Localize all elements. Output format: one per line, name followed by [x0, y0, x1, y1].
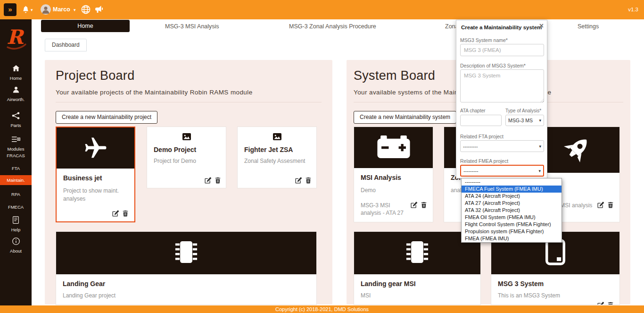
card-description: Project for Demo: [154, 157, 219, 165]
card-title: Fighter Jet ZSA: [244, 146, 310, 153]
image-placeholder-icon: [147, 127, 226, 142]
plane-icon: [83, 135, 108, 161]
sidebar-toggle-button[interactable]: »: [4, 3, 17, 16]
globe-icon[interactable]: [81, 5, 91, 16]
sidebar-item-fracas[interactable]: FRACAS: [0, 153, 32, 158]
card-title: MSG 3 System: [498, 280, 613, 288]
tab-msg3-msi-analysis[interactable]: MSG-3 MSI Analysis: [165, 23, 219, 30]
project-card-landing-gear[interactable]: Landing Gear Landing Gear project: [56, 231, 317, 305]
user-menu[interactable]: Marco: [53, 6, 70, 13]
create-project-button[interactable]: Create a new Maintainability project: [56, 111, 157, 124]
sidebar-item-help[interactable]: Help: [0, 216, 32, 232]
fmea-project-dropdown: --------- FMECA Fuel System (FMEA IMU) A…: [461, 178, 562, 243]
sidebar-item-about[interactable]: About: [0, 237, 32, 254]
card-header: [57, 127, 134, 169]
create-system-modal: Create a Maintainability system × MSG3 S…: [456, 20, 547, 178]
ata-chapter-input[interactable]: [460, 115, 502, 126]
notifications-bell-icon[interactable]: [22, 6, 29, 13]
phone-icon: [545, 239, 566, 267]
avatar[interactable]: [41, 4, 51, 15]
project-card-fighter-jet-zsa[interactable]: Fighter Jet ZSA Zonal Safety Assesment: [237, 127, 317, 188]
chevron-down-icon: ▾: [539, 118, 541, 123]
project-card-business-jet[interactable]: Business jet Project to show maint. anal…: [56, 127, 135, 222]
delete-icon[interactable]: [305, 177, 312, 184]
edit-icon[interactable]: [205, 177, 211, 184]
delete-icon[interactable]: [122, 210, 129, 217]
dropdown-option-selected[interactable]: FMECA Fuel System (FMEA IMU): [462, 186, 561, 193]
dropdown-option[interactable]: FMEA (FMEA IMU): [462, 235, 561, 242]
sidebar-item-label: Airworth.: [0, 97, 32, 102]
dropdown-option[interactable]: ATA 32 (Aircraft Project): [462, 207, 561, 214]
card-detail: MSG-3 MSI analysis - ATA 27: [361, 202, 410, 217]
dropdown-option[interactable]: FMEA Oil System (FMEA IMU): [462, 214, 561, 221]
dropdown-option[interactable]: ---------: [462, 178, 561, 186]
card-header: [56, 232, 316, 274]
sidebar-item-fmeca[interactable]: FMECA: [0, 204, 32, 210]
field-label: Description of MSG3 System*: [460, 63, 526, 68]
sidebar-item-parts[interactable]: Parts: [0, 112, 32, 128]
dropdown-option[interactable]: ATA 24 (Aircraft Project): [462, 193, 561, 200]
card-description: This is an MSG3 System: [498, 292, 613, 300]
chevron-down-icon[interactable]: ▾: [74, 8, 76, 12]
chevron-down-icon: ▾: [538, 169, 541, 173]
sidebar-item-modules[interactable]: Modules: [0, 135, 32, 152]
edit-icon[interactable]: [597, 202, 604, 208]
app-window: » ▾ Marco ▾ v1.3 R Home Airworth. Parts …: [0, 0, 644, 313]
create-system-button[interactable]: Create a new Maintainability system: [354, 111, 456, 124]
svg-text:R: R: [7, 25, 25, 49]
dropdown-option[interactable]: ATA 27 (Aircraft Project): [462, 200, 561, 207]
field-label: Related FMEA project: [460, 158, 508, 164]
edit-icon[interactable]: [597, 302, 604, 305]
edit-icon[interactable]: [295, 177, 302, 184]
sidebar-item-fta[interactable]: FTA: [0, 166, 32, 171]
msg3-system-description-textarea[interactable]: [460, 69, 544, 102]
select-value: ---------: [463, 144, 478, 149]
chip-icon: [406, 240, 429, 266]
card-title: Landing gear MSI: [361, 280, 474, 288]
project-card-demo-project[interactable]: Demo Project Project for Demo: [147, 127, 226, 188]
chevron-down-icon[interactable]: ▾: [31, 8, 33, 12]
field-label: ATA chapter: [460, 108, 486, 113]
tab-settings[interactable]: Settings: [578, 23, 599, 30]
sidebar: R Home Airworth. Parts Modules FRACAS FT…: [0, 19, 32, 313]
footer-copyright: Copyright (c) 2018-2021, DMD Solutions: [0, 305, 644, 313]
topbar: » ▾ Marco ▾ v1.3: [0, 0, 644, 19]
sidebar-item-rpa[interactable]: RPA: [0, 192, 32, 197]
select-value: ---------: [463, 168, 478, 174]
field-label: Related FTA project: [460, 134, 504, 139]
chevron-down-icon: ▾: [539, 144, 541, 149]
field-label: MSG3 System name*: [460, 37, 508, 43]
card-description: Project to show maint. analyses: [63, 187, 125, 203]
close-icon[interactable]: ×: [539, 22, 544, 30]
type-of-analysis-select[interactable]: MSG-3 MS▾: [505, 115, 544, 126]
dropdown-option[interactable]: Flight Control System (FMEA Fighter): [462, 221, 561, 228]
panel-subtitle: Your available projects of the Maintaina…: [56, 89, 253, 96]
card-description: MSI: [361, 292, 474, 300]
tab-msg3-zonal-analysis-procedure[interactable]: MSG-3 Zonal Analysis Procedure: [289, 23, 376, 30]
delete-icon[interactable]: [607, 302, 614, 305]
delete-icon[interactable]: [421, 202, 427, 208]
card-description: Zonal Safety Assesment: [244, 157, 310, 165]
card-title: Landing Gear: [63, 280, 310, 288]
sidebar-item-home[interactable]: Home: [0, 65, 32, 81]
sidebar-item-label: Help: [0, 227, 32, 232]
delete-icon[interactable]: [607, 202, 614, 208]
delete-icon[interactable]: [215, 177, 221, 184]
sidebar-item-airworthiness[interactable]: Airworth.: [0, 86, 32, 102]
field-label: Type of Analysis*: [505, 108, 541, 113]
edit-icon[interactable]: [112, 210, 119, 217]
related-fta-project-select[interactable]: ---------▾: [460, 140, 544, 152]
card-header: [354, 127, 433, 168]
msg3-system-name-input[interactable]: [460, 44, 544, 56]
page-title: System Board: [354, 68, 435, 83]
system-card-msi-analysis[interactable]: MSI Analysis Demo MSG-3 MSI analysis - A…: [354, 127, 433, 222]
card-title: Demo Project: [154, 146, 219, 153]
edit-icon[interactable]: [411, 202, 417, 208]
card-description: Demo: [361, 186, 426, 195]
related-fmea-project-select[interactable]: ---------▾: [460, 165, 544, 177]
megaphone-icon[interactable]: [95, 6, 103, 15]
tab-dashboard[interactable]: Dashboard: [45, 39, 87, 51]
sidebar-item-maintainability[interactable]: Maintain.: [0, 175, 32, 185]
tab-home[interactable]: Home: [41, 20, 130, 32]
dropdown-option[interactable]: Propulsion system (FMEA Fighter): [462, 228, 561, 235]
